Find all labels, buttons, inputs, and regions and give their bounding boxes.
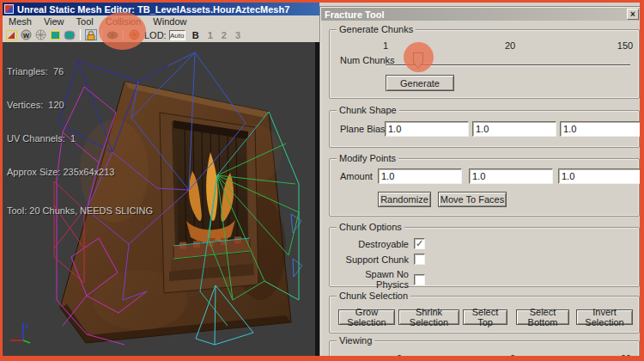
select-bottom-button[interactable]: Select Bottom: [516, 309, 569, 325]
tool-status: Tool: 20 Chunks, NEEDS SLICING: [7, 205, 153, 217]
toolbar-separator: [123, 29, 124, 40]
menu-mesh[interactable]: Mesh: [3, 16, 38, 27]
support-chunk-row: Support Chunk: [335, 254, 425, 265]
spawn-no-physics-checkbox[interactable]: [414, 274, 425, 285]
lod-3-button[interactable]: 3: [235, 30, 240, 40]
plane-bias-y-field[interactable]: [472, 121, 556, 137]
lod-1-button[interactable]: 1: [208, 30, 213, 40]
fracture-titlebar[interactable]: Fracture Tool ×: [321, 8, 642, 21]
randomize-button[interactable]: Randomize: [378, 192, 431, 207]
app-icon: [4, 4, 14, 14]
amount-z-field[interactable]: [558, 168, 642, 184]
destroyable-row: Destroyable ✓: [335, 238, 425, 249]
lod-base-button[interactable]: B: [192, 30, 199, 40]
menu-window[interactable]: Window: [147, 16, 192, 27]
amount-x-field[interactable]: [378, 168, 462, 184]
viewing-group: Viewing 0 0 99 Show Chunks: [329, 340, 640, 361]
fracture-tool-window: Fracture Tool × Generate Chunks 1 20 150…: [319, 6, 644, 360]
close-icon[interactable]: ×: [627, 9, 639, 20]
toolbar-separator: [80, 29, 81, 40]
shrink-selection-button[interactable]: Shrink Selection: [398, 309, 459, 325]
fracture-tool-icon[interactable]: [128, 29, 140, 40]
stat-vertices: Vertices: 120: [7, 100, 153, 111]
stat-uv-channels: UV Channels: 1: [7, 133, 153, 144]
support-chunk-label: Support Chunk: [335, 254, 409, 265]
viewing-tick-mid: 0: [510, 353, 515, 361]
geometry-sphere-icon[interactable]: [34, 29, 46, 40]
spawn-no-physics-label: Spawn No Physics: [335, 269, 409, 290]
num-chunks-slider-thumb[interactable]: [413, 52, 423, 69]
chunk-shape-group: Chunk Shape Plane Bias: [329, 110, 640, 148]
svg-text:w: w: [21, 31, 29, 40]
menu-collision[interactable]: Collision: [100, 16, 148, 27]
show-edges-eye-icon[interactable]: [106, 29, 118, 40]
numchunks-tick-mid: 20: [505, 40, 515, 51]
chunk-options-label: Chunk Options: [337, 222, 404, 233]
lod-label: LOD:: [144, 30, 167, 40]
numchunks-tick-max: 150: [617, 40, 633, 51]
modify-points-label: Modify Points: [337, 153, 398, 164]
bounds-icon[interactable]: [49, 29, 61, 40]
fracture-body: Generate Chunks 1 20 150 Num Chunks Gene…: [321, 21, 643, 359]
lod-2-button[interactable]: 2: [222, 30, 227, 40]
editor-toolbar: w LOD: Auto B: [3, 28, 319, 42]
plane-bias-z-field[interactable]: [560, 121, 644, 137]
chunk-selection-group: Chunk Selection Grow Selection Shrink Se…: [329, 296, 640, 333]
support-chunk-checkbox[interactable]: [414, 254, 425, 265]
menu-tool[interactable]: Tool: [70, 16, 100, 27]
wireframe-icon[interactable]: w: [20, 29, 32, 40]
invert-selection-button[interactable]: Invert Selection: [576, 309, 633, 325]
screenshot-frame: Unreal Static Mesh Editor: TB_LevelAsset…: [0, 0, 644, 361]
axis-gizmo-icon: z: [8, 318, 39, 346]
collision-icon[interactable]: [64, 29, 76, 40]
editor-menubar: Mesh View Tool Collision Window: [3, 15, 319, 28]
plane-bias-x-field[interactable]: [385, 121, 469, 137]
camera-icon[interactable]: [5, 29, 17, 40]
toolbar-separator: [101, 29, 102, 40]
lod-auto-button[interactable]: Auto: [169, 30, 185, 40]
stat-triangles: Triangles: 76: [7, 66, 153, 77]
mesh-viewport[interactable]: Triangles: 76 Vertices: 120 UV Channels:…: [3, 42, 321, 356]
generate-chunks-label: Generate Chunks: [337, 24, 416, 35]
modify-points-group: Modify Points Amount Randomize Move To F…: [329, 158, 640, 217]
static-mesh-editor-window: Unreal Static Mesh Editor: TB_LevelAsset…: [3, 3, 319, 356]
move-to-faces-button[interactable]: Move To Faces: [438, 192, 507, 207]
numchunks-tick-min: 1: [383, 40, 388, 51]
destroyable-label: Destroyable: [335, 239, 409, 249]
num-chunks-slider[interactable]: [386, 64, 630, 66]
viewing-label: Viewing: [337, 335, 374, 346]
lock-camera-icon[interactable]: [85, 29, 97, 40]
viewing-tick-min: 0: [397, 353, 402, 361]
stat-approx-size: Approx Size: 235x64x213: [7, 167, 153, 178]
viewing-tick-max: 99: [621, 353, 631, 361]
select-top-button[interactable]: Select Top: [463, 309, 507, 325]
generate-button[interactable]: Generate: [386, 75, 454, 91]
chunk-selection-label: Chunk Selection: [337, 291, 410, 302]
chunk-options-group: Chunk Options Destroyable ✓ Support Chun…: [329, 227, 640, 287]
chunk-shape-label: Chunk Shape: [337, 105, 399, 116]
spawn-no-physics-row: Spawn No Physics: [335, 269, 425, 290]
generate-chunks-group: Generate Chunks 1 20 150 Num Chunks Gene…: [329, 29, 640, 99]
fracture-title: Fracture Tool: [325, 9, 384, 20]
destroyable-checkbox[interactable]: ✓: [414, 238, 425, 249]
menu-view[interactable]: View: [38, 16, 70, 27]
amount-label: Amount: [340, 171, 373, 181]
plane-bias-label: Plane Bias: [340, 124, 386, 134]
editor-titlebar[interactable]: Unreal Static Mesh Editor: TB_LevelAsset…: [3, 3, 319, 15]
editor-title: Unreal Static Mesh Editor: TB_LevelAsset…: [17, 4, 289, 15]
mesh-stats: Triangles: 76 Vertices: 120 UV Channels:…: [7, 44, 153, 239]
svg-text:z: z: [26, 321, 29, 329]
grow-selection-button[interactable]: Grow Selection: [338, 309, 395, 325]
amount-y-field[interactable]: [469, 168, 553, 184]
